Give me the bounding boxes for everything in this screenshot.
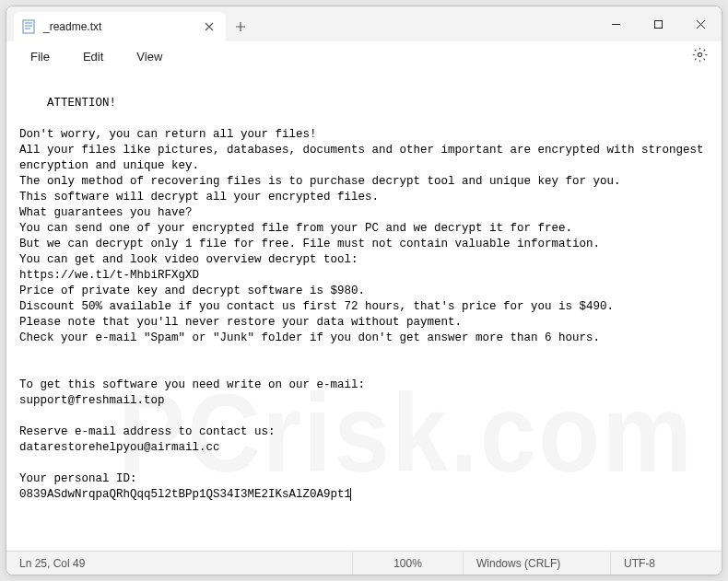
gear-icon	[692, 47, 708, 66]
window-controls	[594, 6, 722, 41]
menubar: File Edit View	[6, 41, 722, 73]
close-window-button[interactable]	[679, 6, 722, 41]
status-cursor-position[interactable]: Ln 25, Col 49	[6, 552, 353, 575]
minimize-button[interactable]	[594, 6, 637, 41]
new-tab-button[interactable]	[226, 12, 255, 41]
titlebar-drag-area[interactable]	[255, 6, 594, 41]
notepad-window: _readme.txt File Edit View	[6, 6, 722, 575]
text-editor-area[interactable]: PCrisk.comATTENTION! Don't worry, you ca…	[6, 73, 722, 551]
status-encoding[interactable]: UTF-8	[611, 552, 722, 575]
tab-title: _readme.txt	[43, 20, 194, 33]
svg-point-5	[698, 52, 701, 56]
status-zoom[interactable]: 100%	[353, 552, 464, 575]
close-tab-button[interactable]	[202, 19, 217, 34]
svg-rect-0	[23, 20, 34, 33]
svg-rect-4	[654, 20, 662, 28]
menu-file[interactable]: File	[16, 46, 65, 67]
notepad-icon	[21, 19, 36, 34]
document-body: ATTENTION! Don't worry, you can return a…	[19, 97, 710, 501]
text-caret	[350, 488, 351, 501]
menu-edit[interactable]: Edit	[68, 46, 118, 67]
titlebar: _readme.txt	[6, 6, 722, 41]
status-line-ending[interactable]: Windows (CRLF)	[464, 552, 611, 575]
menu-view[interactable]: View	[122, 46, 177, 67]
settings-button[interactable]	[687, 44, 712, 70]
statusbar: Ln 25, Col 49 100% Windows (CRLF) UTF-8	[6, 551, 722, 575]
tab-active[interactable]: _readme.txt	[14, 12, 226, 41]
maximize-button[interactable]	[637, 6, 679, 41]
